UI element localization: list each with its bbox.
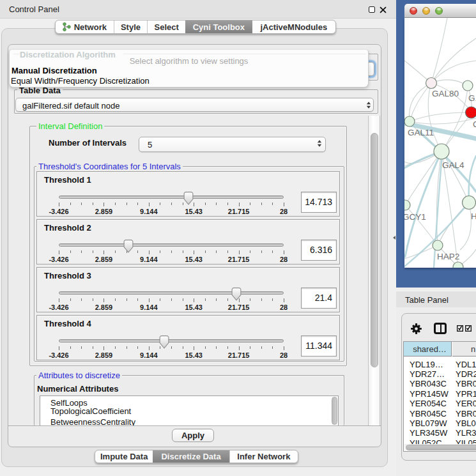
svg-text:GAL11: GAL11 — [408, 128, 434, 137]
svg-text:GAL4: GAL4 — [442, 160, 464, 170]
svg-text:G.: G. — [468, 93, 476, 103]
svg-text:H: H — [471, 211, 476, 221]
svg-text:C: C — [473, 119, 476, 129]
svg-text:GAL80: GAL80 — [432, 89, 459, 98]
svg-text:HAP2: HAP2 — [437, 252, 459, 261]
svg-text:GCY1: GCY1 — [404, 212, 426, 222]
